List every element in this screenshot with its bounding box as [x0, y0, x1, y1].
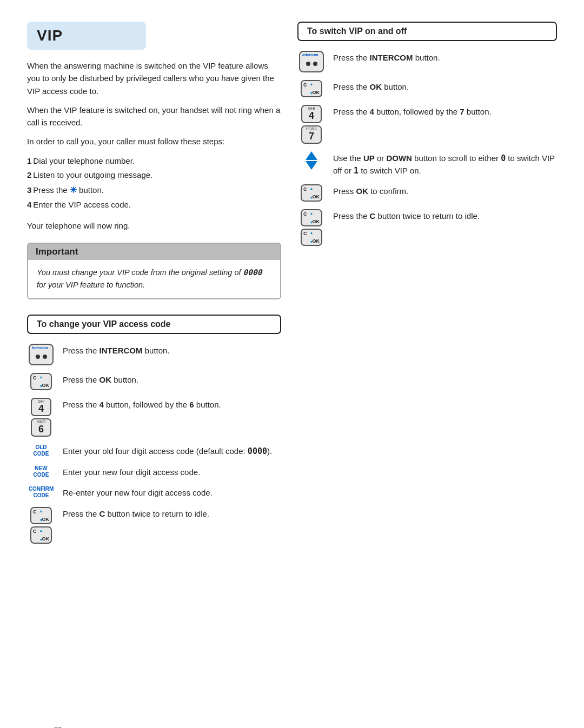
switch-c-label-4: C [303, 211, 307, 217]
arrow-down [306, 161, 317, 170]
ok-button-2: C ▲ OK ▼ [30, 507, 52, 524]
num-4-6-icon: GHI 4 MNO 6 [27, 398, 55, 437]
ok-button-1: C ▲ OK ▼ [30, 373, 52, 390]
dn-arr-3: ▼ [39, 538, 43, 542]
change-vip-header-box: To change your VIP access code [27, 315, 281, 334]
switch-ok-confirm-button: C ▲ OK ▼ [301, 184, 322, 202]
num-4-button: GHI 4 [31, 398, 51, 416]
switch-ok-btn-icon: C ▲ OK ▼ [297, 80, 326, 97]
intro-para-1: When the answering machine is switched o… [27, 59, 281, 97]
change-instr-old-code: OLDCODE Enter your old four digit access… [27, 444, 281, 458]
switch-instr-4-7: GHI 4 PQRS 7 Press the 4 button, followe… [297, 105, 557, 144]
important-title: Important [36, 246, 78, 257]
change-instr-4-6-text: Press the 4 button, followed by the 6 bu… [63, 398, 281, 411]
intercom-label: Intercom [32, 346, 48, 350]
switch-ok-c-label: C [303, 186, 307, 192]
change-instr-c-twice: C ▲ OK ▼ C ▲ OK ▼ Press the C button twi… [27, 507, 281, 544]
arrow-container [306, 151, 317, 170]
switch-instr-updown: Use the UP or DOWN button to scroll to e… [297, 151, 557, 177]
change-instr-old-code-text: Enter your old four digit access code (d… [63, 444, 281, 458]
change-instr-c-twice-text: Press the C button twice to return to id… [63, 507, 281, 520]
step-2: 2Listen to your outgoing message. [27, 169, 281, 182]
dn-arrow-small: ▼ [39, 384, 43, 388]
important-box: Important You must change your VIP code … [27, 243, 281, 299]
change-instr-4-6: GHI 4 MNO 6 Press the 4 button, followed… [27, 398, 281, 437]
switch-instr-ok-confirm: C ▲ OK ▼ Press OK to confirm. [297, 184, 557, 202]
switch-intercom-label: Intercom [302, 53, 318, 57]
intro-para-2: When the VIP feature is switched on, you… [27, 104, 281, 129]
num-4-main: 4 [38, 404, 44, 413]
up-arr-2: ▲ [39, 509, 43, 513]
switch-up-arr: ▲ [310, 82, 314, 86]
up-arr-3: ▲ [39, 529, 43, 532]
switch-num-7-main: 7 [309, 131, 314, 141]
c-label-3: C [33, 529, 37, 534]
old-code-icon: OLDCODE [27, 444, 55, 457]
old-code-badge: OLDCODE [34, 444, 49, 457]
switch-instr-intercom: Intercom Press the INTERCOM button. [297, 51, 557, 72]
switch-instr-4-7-text: Press the 4 button, followed by the 7 bu… [333, 105, 557, 118]
ok-label-3: OK [42, 536, 50, 542]
num-6-main: 6 [38, 424, 44, 434]
switch-dot-1 [306, 62, 310, 66]
change-instr-intercom: Intercom Press the INTERCOM button. [27, 344, 281, 365]
ok-btn-icon-2: C ▲ OK ▼ C ▲ OK ▼ [27, 507, 55, 544]
ghi-label: GHI [38, 399, 44, 403]
switch-dn-arr-4: ▼ [310, 221, 314, 224]
new-code-icon: NEWCODE [27, 465, 55, 478]
switch-dot-2 [313, 62, 317, 66]
switch-dn-arr: ▼ [310, 91, 314, 95]
important-body: You must change your VIP code from the o… [28, 266, 280, 291]
switch-c-label: C [303, 82, 307, 88]
switch-num-4-7-icon: GHI 4 PQRS 7 [297, 105, 326, 144]
switch-num-4-main: 4 [309, 111, 314, 121]
ok-label: OK [42, 383, 50, 388]
switch-vip-header: To switch VIP on and off [307, 26, 407, 36]
switch-instr-c-twice-text: Press the C button twice to return to id… [333, 209, 557, 223]
caller-steps-list: 1Dial your telephone number. 2Listen to … [27, 155, 281, 212]
switch-ok-label-5: OK [313, 238, 320, 244]
change-instr-confirm-code-text: Re-enter your new four digit access code… [63, 486, 281, 499]
page-number: 38 [54, 725, 62, 728]
dot-1 [36, 355, 40, 359]
up-arrow-small: ▲ [39, 375, 43, 379]
switch-ok-btn-icon-x2: C ▲ OK ▼ C ▲ OK ▼ [297, 209, 326, 246]
switch-up-arr-4: ▲ [310, 211, 314, 215]
switch-instr-updown-text: Use the UP or DOWN button to scroll to e… [333, 151, 557, 177]
intercom-dots [36, 355, 47, 359]
dn-arr-2: ▼ [39, 518, 43, 522]
switch-intercom-dots [306, 62, 317, 66]
switch-ok-confirm-label: OK [313, 194, 320, 199]
intercom-button: Intercom [29, 344, 54, 365]
step-4: 4Enter the VIP access code. [27, 198, 281, 212]
change-vip-header: To change your VIP access code [37, 319, 171, 329]
switch-instr-ok: C ▲ OK ▼ Press the OK button. [297, 80, 557, 97]
switch-dn-arr-5: ▼ [310, 240, 314, 244]
change-instr-new-code-text: Enter your new four digit access code. [63, 465, 281, 479]
num-6-button: MNO 6 [31, 418, 51, 437]
right-column: To switch VIP on and off Intercom Press … [297, 22, 557, 253]
switch-intercom-button: Intercom [299, 51, 324, 72]
important-title-bar: Important [28, 244, 280, 260]
change-instr-confirm-code: CONFIRMCODE Re-enter your new four digit… [27, 486, 281, 499]
intro-para-3: In order to call you, your caller must f… [27, 135, 281, 148]
vip-title: VIP [37, 27, 63, 44]
switch-num-7-button: PQRS 7 [301, 125, 322, 144]
switch-instr-intercom-text: Press the INTERCOM button. [333, 51, 557, 64]
change-instr-new-code: NEWCODE Enter your new four digit access… [27, 465, 281, 479]
mno-label: MNO [37, 420, 45, 424]
change-instr-intercom-text: Press the INTERCOM button. [63, 344, 281, 357]
c-label: C [33, 375, 37, 380]
intercom-btn-icon: Intercom [27, 344, 55, 365]
switch-num-4-button: GHI 4 [301, 105, 322, 123]
vip-title-box: VIP [27, 22, 146, 50]
switch-ok-label-4: OK [313, 219, 320, 224]
switch-ghi-label: GHI [308, 106, 315, 110]
dot-2 [43, 355, 47, 359]
step-3: 3Press the ✳ button. [27, 183, 281, 197]
switch-pqrs-label: PQRS [306, 127, 317, 131]
switch-ok-button-4: C ▲ OK ▼ [301, 209, 322, 226]
switch-instr-ok-confirm-text: Press OK to confirm. [333, 184, 557, 198]
switch-ok-confirm-icon: C ▲ OK ▼ [297, 184, 326, 202]
switch-ok-up-arr: ▲ [310, 186, 314, 190]
